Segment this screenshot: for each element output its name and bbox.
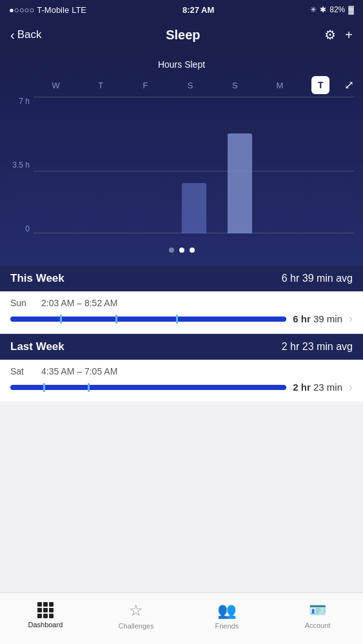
entry-day-thisweek: Sun (10, 298, 34, 308)
dot-3 (190, 248, 195, 253)
dashboard-icon (37, 602, 54, 618)
tab-bar: Dashboard ☆ Challenges 👥 Friends 🪪 Accou… (0, 592, 363, 644)
signal-dots: ●○○○○ (9, 5, 34, 15)
tab-dashboard[interactable]: Dashboard (0, 593, 91, 638)
friends-icon: 👥 (217, 601, 237, 620)
entry-meta-lastweek: Sat 4:35 AM – 7:05 AM (10, 366, 353, 376)
entry-duration-lastweek: 2 hr 23 min (293, 382, 342, 393)
tab-friends-label: Friends (215, 622, 239, 630)
bars-area (34, 97, 354, 245)
chevron-left-icon: ‹ (10, 28, 15, 43)
tab-challenges-label: Challenges (119, 622, 154, 630)
chevron-right-icon-lastweek: › (349, 380, 353, 394)
this-week-header: This Week 6 hr 39 min avg (0, 266, 363, 291)
gridline-top (34, 97, 354, 97)
entry-row-thisweek: 6 hr 39 min › (10, 312, 353, 326)
y-tick-35h: 3.5 h (9, 161, 34, 170)
tab-challenges[interactable]: ☆ Challenges (91, 593, 182, 638)
status-left: ●○○○○ T-Mobile LTE (9, 5, 86, 15)
back-label: Back (17, 28, 42, 41)
day-t: T (88, 81, 113, 90)
day-w: W (43, 81, 69, 90)
last-week-entry[interactable]: Sat 4:35 AM – 7:05 AM 2 hr 23 min › (0, 360, 363, 402)
this-week-avg: 6 hr 39 min avg (282, 273, 353, 284)
day-s2: S (222, 81, 248, 90)
brightness-icon: ✳ (310, 5, 317, 14)
days-row: W T F S S M T ⤢ (0, 76, 363, 94)
last-week-avg: 2 hr 23 min avg (282, 341, 353, 353)
tick-lw-2 (88, 383, 90, 392)
entry-meta-thisweek: Sun 2:03 AM – 8:52 AM (10, 298, 353, 308)
nav-actions: ⚙ + (324, 27, 353, 43)
day-labels: W T F S S M T (34, 76, 339, 94)
tick-2 (115, 315, 117, 324)
challenges-icon: ☆ (129, 601, 143, 620)
battery-icon: ▓ (348, 5, 354, 14)
status-right: ✳ ✱ 82% ▓ (310, 5, 354, 14)
bar-s2 (228, 133, 252, 233)
tab-account-label: Account (305, 621, 331, 629)
back-button[interactable]: ‹ Back (10, 28, 41, 43)
status-time: 8:27 AM (182, 5, 214, 15)
day-m: M (267, 81, 293, 90)
chart-dots (0, 245, 363, 253)
bar-s1 (182, 183, 206, 233)
last-week-header: Last Week 2 hr 23 min avg (0, 334, 363, 360)
expand-icon[interactable]: ⤢ (344, 78, 354, 92)
dot-2 (179, 248, 184, 253)
dot-1 (169, 248, 174, 253)
tab-friends[interactable]: 👥 Friends (182, 593, 273, 638)
entry-day-lastweek: Sat (10, 366, 34, 376)
today-badge: T (311, 76, 329, 94)
nav-bar: ‹ Back Sleep ⚙ + (0, 19, 363, 53)
last-week-label: Last Week (10, 340, 64, 353)
chevron-right-icon-thisweek: › (349, 312, 353, 326)
entry-row-lastweek: 2 hr 23 min › (10, 380, 353, 394)
tick-3 (176, 315, 178, 324)
entry-time-thisweek: 2:03 AM – 8:52 AM (41, 298, 117, 308)
y-axis: 7 h 3.5 h 0 (9, 97, 34, 245)
this-week-label: This Week (10, 272, 64, 285)
carrier-label: T-Mobile (37, 5, 69, 15)
tab-account[interactable]: 🪪 Account (272, 593, 363, 638)
entry-time-lastweek: 4:35 AM – 7:05 AM (41, 366, 117, 376)
day-f: F (133, 81, 159, 90)
y-tick-0: 0 (9, 224, 34, 233)
bar-chart: 7 h 3.5 h 0 (0, 97, 363, 245)
y-tick-7h: 7 h (9, 97, 34, 106)
page-title: Sleep (166, 28, 200, 43)
sleep-bar-thisweek (10, 317, 286, 322)
sleep-bar-lastweek (10, 385, 286, 390)
tick-lw-1 (43, 383, 45, 392)
gridline-mid (34, 171, 354, 171)
account-icon: 🪪 (309, 602, 326, 619)
bluetooth-icon: ✱ (320, 5, 326, 14)
settings-icon[interactable]: ⚙ (324, 27, 336, 43)
tab-dashboard-label: Dashboard (28, 621, 63, 629)
entry-duration-thisweek: 6 hr 39 min (293, 313, 342, 324)
day-s1: S (177, 81, 203, 90)
add-icon[interactable]: + (345, 28, 353, 43)
chart-title: Hours Slept (0, 59, 363, 70)
tick-1 (60, 315, 62, 324)
battery-label: 82% (329, 5, 345, 14)
chart-container: Hours Slept W T F S S M T ⤢ 7 h 3.5 h 0 (0, 53, 363, 266)
network-label: LTE (72, 5, 86, 15)
status-bar: ●○○○○ T-Mobile LTE 8:27 AM ✳ ✱ 82% ▓ (0, 0, 363, 19)
this-week-entry[interactable]: Sun 2:03 AM – 8:52 AM 6 hr 39 min › (0, 291, 363, 333)
empty-space (0, 402, 363, 518)
